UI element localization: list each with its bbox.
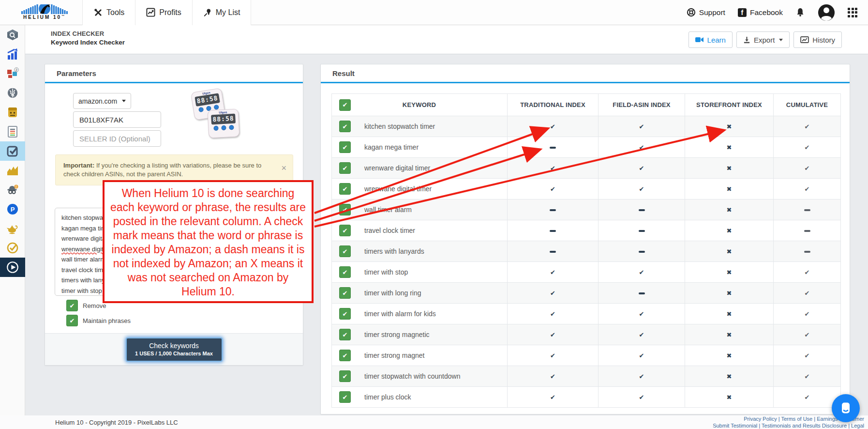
helium10-logo[interactable]: HELIUM 10™ bbox=[0, 4, 82, 20]
sidebar-item-frankenstein[interactable] bbox=[0, 103, 25, 122]
chat-widget-button[interactable] bbox=[832, 394, 860, 422]
row-checkbox[interactable]: ✔ bbox=[339, 370, 351, 382]
storefront-index-cell: ✖ bbox=[685, 179, 774, 199]
cumulative-cell: ✔ bbox=[774, 366, 841, 387]
table-row: ✔travel clock timer✖ bbox=[332, 220, 841, 241]
storefront-index-cell: ✖ bbox=[685, 241, 774, 262]
row-checkbox[interactable]: ✔ bbox=[339, 287, 351, 299]
sidebar-item-profits[interactable]: P bbox=[0, 199, 25, 219]
sidebar-item-keyword-tracker[interactable] bbox=[0, 161, 25, 180]
cumulative-cell: ✔ bbox=[774, 137, 841, 158]
svg-text:P: P bbox=[11, 206, 15, 213]
row-checkbox[interactable]: ✔ bbox=[339, 183, 351, 195]
column-header-cumulative: CUMULATIVE bbox=[774, 94, 841, 116]
row-checkbox[interactable]: ✔ bbox=[339, 245, 351, 257]
column-header-keyword: ✔KEYWORD bbox=[332, 94, 508, 116]
tool-sidebar: 2 bbox=[0, 25, 25, 429]
field-asin-index-cell: ✔ bbox=[599, 137, 685, 158]
traditional-index-cell bbox=[508, 199, 599, 220]
keyword-text: timer with alarm for kids bbox=[364, 310, 436, 318]
asin-input[interactable] bbox=[73, 111, 161, 128]
history-button[interactable]: History bbox=[793, 31, 842, 48]
sidebar-item-hijacker-alert[interactable]: ! bbox=[0, 180, 25, 199]
sidebar-item-refund-genie[interactable] bbox=[0, 219, 25, 238]
marketplace-value: amazon.com bbox=[78, 97, 117, 105]
keyword-text: timer strong magnetic bbox=[364, 331, 430, 338]
row-checkbox[interactable]: ✔ bbox=[339, 308, 351, 320]
row-checkbox[interactable]: ✔ bbox=[339, 162, 351, 174]
traditional-index-cell: ✔ bbox=[508, 283, 599, 304]
account-avatar[interactable] bbox=[818, 4, 835, 21]
row-checkbox[interactable]: ✔ bbox=[339, 121, 351, 132]
nav-my-list[interactable]: My List bbox=[192, 0, 252, 25]
traditional-index-cell: ✔ bbox=[508, 116, 599, 137]
row-checkbox[interactable]: ✔ bbox=[339, 350, 351, 361]
history-button-label: History bbox=[812, 36, 835, 44]
page-title: Keyword Index Checker bbox=[51, 39, 125, 46]
keyword-text: timer stopwatch with countdown bbox=[364, 372, 460, 380]
svg-text:2: 2 bbox=[15, 68, 17, 72]
logo-tm: ™ bbox=[61, 15, 66, 17]
marketplace-select[interactable]: amazon.com bbox=[73, 93, 131, 109]
apps-grid-icon[interactable] bbox=[848, 8, 857, 17]
alert-close-icon[interactable]: × bbox=[281, 165, 286, 171]
row-checkbox[interactable]: ✔ bbox=[339, 225, 351, 236]
sidebar-item-trendster[interactable] bbox=[0, 45, 25, 64]
row-checkbox[interactable]: ✔ bbox=[339, 204, 351, 215]
result-title: Result bbox=[321, 64, 850, 82]
nav-facebook-label: Facebook bbox=[750, 8, 783, 17]
cumulative-cell: ✔ bbox=[774, 345, 841, 366]
helium10-logo-icon bbox=[17, 4, 72, 14]
nav-profits[interactable]: Profits bbox=[135, 0, 192, 25]
cumulative-cell bbox=[774, 220, 841, 241]
traditional-index-cell: ✔ bbox=[508, 387, 599, 408]
remove-checkbox[interactable]: ✔ bbox=[66, 300, 78, 311]
traditional-index-cell bbox=[508, 241, 599, 262]
seller-id-input[interactable] bbox=[73, 130, 161, 147]
sidebar-item-videos[interactable] bbox=[0, 258, 25, 277]
row-checkbox[interactable]: ✔ bbox=[339, 266, 351, 278]
chat-icon bbox=[838, 401, 853, 415]
download-icon bbox=[743, 36, 750, 44]
notifications-bell-icon[interactable] bbox=[795, 7, 805, 17]
sidebar-item-magnet[interactable]: 2 bbox=[0, 64, 25, 83]
check-keywords-label: Check keywords bbox=[127, 342, 222, 350]
sidebar-item-scribbles[interactable] bbox=[0, 122, 25, 141]
nav-facebook[interactable]: f Facebook bbox=[738, 8, 783, 17]
sidebar-item-black-box[interactable] bbox=[0, 25, 25, 45]
field-asin-index-cell: ✔ bbox=[599, 262, 685, 283]
sidebar-item-index-checker[interactable] bbox=[0, 141, 25, 161]
export-button[interactable]: Export bbox=[736, 31, 790, 48]
storefront-index-cell: ✖ bbox=[685, 324, 774, 345]
field-asin-index-cell bbox=[599, 220, 685, 241]
nav-tools[interactable]: Tools bbox=[82, 0, 135, 25]
cumulative-cell bbox=[774, 241, 841, 262]
row-checkbox[interactable]: ✔ bbox=[339, 391, 351, 403]
storefront-index-cell: ✖ bbox=[685, 387, 774, 408]
traditional-index-cell: ✔ bbox=[508, 158, 599, 179]
keyword-text: wall timer alarm bbox=[364, 206, 412, 214]
keyword-text: kagan mega timer bbox=[364, 143, 419, 151]
sidebar-item-cerebro[interactable] bbox=[0, 83, 25, 103]
nav-profits-label: Profits bbox=[159, 8, 181, 17]
nav-support[interactable]: Support bbox=[687, 8, 725, 17]
storefront-index-cell: ✖ bbox=[685, 262, 774, 283]
storefront-index-cell: ✖ bbox=[685, 220, 774, 241]
svg-text:!: ! bbox=[15, 185, 16, 188]
sidebar-item-verified-check[interactable] bbox=[0, 238, 25, 258]
traditional-index-cell: ✔ bbox=[508, 304, 599, 324]
footer-links-line2[interactable]: Submit Testimonial | Testimonials and Re… bbox=[713, 423, 864, 429]
select-all-checkbox[interactable]: ✔ bbox=[339, 99, 351, 111]
maintain-phrases-checkbox[interactable]: ✔ bbox=[66, 315, 78, 326]
keyword-text: timer strong magnet bbox=[364, 352, 425, 359]
table-row: ✔timers with lanyards✖ bbox=[332, 241, 841, 262]
result-panel: Result ✔KEYWORDTRADITIONAL INDEXFIELD-AS… bbox=[320, 64, 850, 414]
cumulative-cell: ✔ bbox=[774, 387, 841, 408]
row-checkbox[interactable]: ✔ bbox=[339, 141, 351, 153]
row-checkbox[interactable]: ✔ bbox=[339, 329, 351, 340]
learn-button[interactable]: Learn bbox=[688, 31, 733, 48]
keyword-text: timer with stop bbox=[364, 268, 408, 276]
page-footer: Helium 10 - Copyright 2019 - PixelLabs L… bbox=[0, 415, 868, 429]
frankenstein-icon bbox=[6, 106, 19, 119]
check-keywords-button[interactable]: Check keywords 1 USES / 1,000 Characters… bbox=[126, 337, 223, 362]
